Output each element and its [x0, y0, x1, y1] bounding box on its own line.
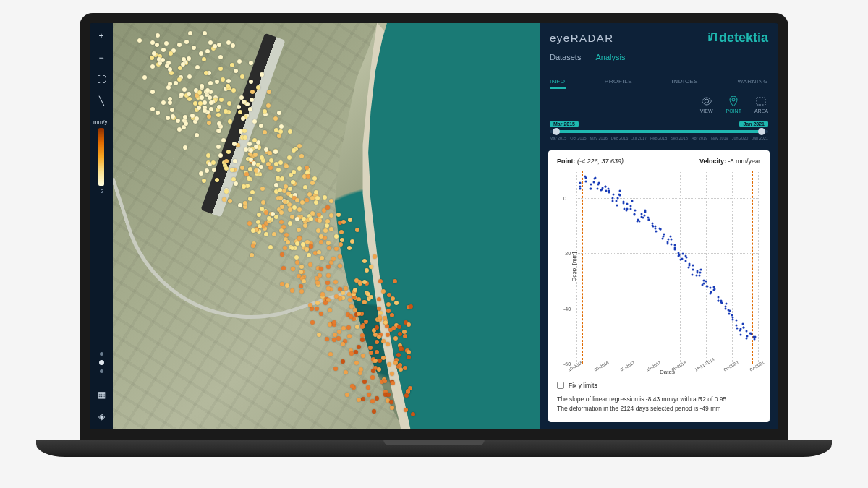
mode-area-label: AREA: [754, 108, 768, 114]
timeline-start-badge: Mar 2015: [550, 121, 579, 127]
brand-icon: iЛ: [707, 31, 716, 44]
chart-header: Point: (-4.226, 37.639) Velocity: -8 mm/…: [557, 158, 761, 165]
measure-button[interactable]: ╲: [94, 94, 109, 108]
timeline-track[interactable]: [550, 130, 768, 133]
ruler-icon: ╲: [99, 96, 104, 106]
fix-y-label: Fix y limits: [569, 382, 597, 389]
plus-icon: +: [98, 31, 103, 41]
legend-unit-label: mm/yr: [93, 119, 109, 125]
area-icon: [755, 96, 767, 106]
point-label: Point:: [557, 158, 576, 165]
panel-header: eyeRADAR iЛ detektia: [540, 23, 778, 50]
basemap-icon: ◈: [98, 411, 105, 421]
laptop-mockup: + − ⛶ ╲ mm/yr -2 ▦ ◈: [36, 13, 832, 476]
fullscreen-button[interactable]: ⛶: [94, 72, 109, 87]
zoom-out-button[interactable]: −: [94, 51, 109, 65]
layers-button[interactable]: ▦: [94, 388, 109, 402]
chart-card: Point: (-4.226, 37.639) Velocity: -8 mm/…: [548, 150, 770, 422]
tab-analysis[interactable]: Analysis: [595, 53, 625, 64]
indicator-dot[interactable]: [100, 369, 103, 373]
displacement-chart: Desp. [mm] Dates -60-40-20010-201506-201…: [576, 171, 758, 365]
zoom-in-button[interactable]: +: [94, 29, 109, 43]
slide-indicator: [99, 352, 104, 373]
mode-view[interactable]: VIEW: [700, 96, 713, 114]
timeline-end-badge: Jan 2021: [739, 121, 768, 127]
stat-deformation: The deformation in the 2124 days selecte…: [557, 404, 761, 414]
indicator-dot-active[interactable]: [99, 360, 104, 365]
fullscreen-icon: ⛶: [97, 74, 106, 85]
timeline-handle-end[interactable]: [758, 128, 765, 135]
timeline-slider[interactable]: Mar 2015 Jan 2021 Mar 2015Oct 2015May 20…: [540, 119, 778, 143]
indicator-dot[interactable]: [100, 352, 103, 356]
mode-view-label: VIEW: [700, 108, 713, 114]
mode-point[interactable]: POINT: [726, 96, 741, 114]
pin-icon: [728, 96, 739, 106]
timeline-fill: [554, 130, 764, 133]
chart-stats: The slope of linear regression is -8.43 …: [557, 395, 761, 414]
insar-points-layer: [113, 23, 540, 429]
legend-min: -2: [99, 189, 103, 194]
selection-modes: VIEW POINT AREA: [540, 93, 778, 119]
left-toolbar: + − ⛶ ╲ mm/yr -2 ▦ ◈: [90, 23, 113, 429]
minus-icon: −: [98, 53, 103, 63]
color-legend: mm/yr -2: [93, 119, 109, 194]
brand-text: detektia: [719, 30, 768, 46]
analysis-panel: eyeRADAR iЛ detektia Datasets Analysis I…: [540, 23, 778, 429]
timeline-tick-labels: Mar 2015Oct 2015May 2016Dec 2016Jul 2017…: [550, 136, 768, 140]
sub-tabs: INFO PROFILE INDICES WARNING: [540, 69, 778, 93]
mode-area[interactable]: AREA: [754, 96, 768, 114]
map-canvas[interactable]: [113, 23, 540, 429]
timeline-handle-start[interactable]: [553, 128, 560, 135]
svg-rect-0: [757, 98, 765, 105]
fix-y-limits-row[interactable]: Fix y limits: [557, 382, 761, 389]
point-coords: (-4.226, 37.639): [577, 158, 624, 165]
chart-velocity-info: Velocity: -8 mm/year: [699, 158, 761, 165]
legend-gradient: [98, 128, 104, 186]
screen-bezel: + − ⛶ ╲ mm/yr -2 ▦ ◈: [80, 13, 788, 440]
velocity-value: -8 mm/year: [728, 158, 761, 165]
app-screen: + − ⛶ ╲ mm/yr -2 ▦ ◈: [90, 23, 778, 429]
checkbox-icon[interactable]: [557, 382, 564, 389]
laptop-base: [36, 440, 832, 457]
brand-logo: iЛ detektia: [707, 30, 768, 46]
basemap-button[interactable]: ◈: [94, 409, 109, 424]
eye-icon: [701, 96, 712, 106]
main-tabs: Datasets Analysis: [540, 50, 778, 69]
mode-point-label: POINT: [726, 108, 741, 114]
subtab-warning[interactable]: WARNING: [737, 75, 768, 89]
subtab-profile[interactable]: PROFILE: [605, 75, 632, 89]
subtab-info[interactable]: INFO: [550, 75, 566, 89]
chart-point-info: Point: (-4.226, 37.639): [557, 158, 624, 165]
subtab-indices[interactable]: INDICES: [671, 75, 698, 89]
app-title: eyeRADAR: [550, 32, 614, 44]
velocity-label: Velocity:: [699, 158, 726, 165]
layers-icon: ▦: [98, 390, 106, 400]
tab-datasets[interactable]: Datasets: [550, 53, 581, 64]
stat-slope: The slope of linear regression is -8.43 …: [557, 395, 761, 404]
